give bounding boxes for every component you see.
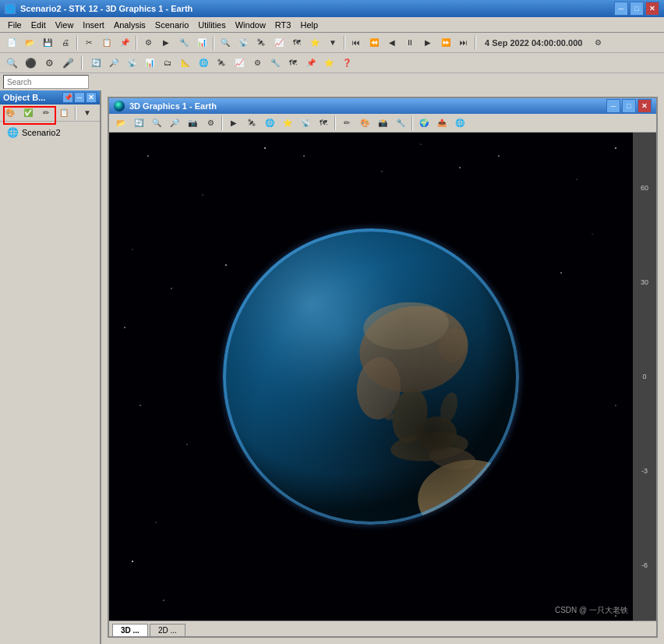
- tb-b2[interactable]: ▶: [157, 35, 175, 51]
- tb2-b2[interactable]: 🔎: [105, 55, 122, 71]
- tb-save[interactable]: 💾: [39, 35, 56, 51]
- g-tb-photo2[interactable]: 📸: [374, 115, 391, 131]
- tree-item-scenario[interactable]: 🌐 Scenario2: [3, 125, 97, 140]
- minimize-btn[interactable]: ─: [614, 2, 628, 16]
- graphics-close-btn[interactable]: ✕: [638, 99, 652, 113]
- tb-b1[interactable]: ⚙: [140, 35, 157, 51]
- g-tb-color2[interactable]: 🎨: [356, 115, 373, 131]
- tb2-b14[interactable]: ⭐: [320, 55, 337, 71]
- menu-rt3[interactable]: RT3: [270, 19, 296, 31]
- g-tb-b8[interactable]: 🔧: [392, 115, 409, 131]
- g-tb-pen[interactable]: ✏: [338, 115, 355, 131]
- github-icon[interactable]: ⚫: [22, 55, 39, 71]
- menu-insert[interactable]: Insert: [78, 19, 109, 31]
- g-tb-b2[interactable]: ▶: [225, 115, 242, 131]
- g-tb-b7[interactable]: 🗺: [315, 115, 332, 131]
- g-tb-b3[interactable]: 🛰: [243, 115, 260, 131]
- tb-b6[interactable]: 📡: [235, 35, 252, 51]
- panel-toolbar: 🎨 ✅ ✏ 📋 ▼: [0, 104, 100, 122]
- g-tb-globe[interactable]: 🌍: [415, 115, 433, 131]
- tb2-b1[interactable]: 🔄: [87, 55, 104, 71]
- tb2-b7[interactable]: 🌐: [195, 55, 212, 71]
- svg-point-30: [124, 327, 125, 328]
- tb2-b11[interactable]: 🔧: [267, 55, 284, 71]
- menu-view[interactable]: View: [51, 19, 79, 31]
- tb-time-fast[interactable]: ⏩: [437, 35, 454, 51]
- tb-time-begin[interactable]: ⏮: [348, 35, 365, 51]
- g-tb-b5[interactable]: ⭐: [279, 115, 296, 131]
- menu-file[interactable]: File: [3, 19, 26, 31]
- tb-b3[interactable]: 🔧: [175, 35, 192, 51]
- tb-new[interactable]: 📄: [3, 35, 20, 51]
- search-icon[interactable]: 🔍: [3, 55, 20, 71]
- tb-time-pause[interactable]: ⏸: [401, 35, 419, 51]
- tb-time-back[interactable]: ◀: [383, 35, 401, 51]
- graphics-max-btn[interactable]: □: [622, 99, 636, 113]
- g-tb-more1[interactable]: ⚙: [202, 115, 219, 131]
- tb2-b8[interactable]: 🛰: [213, 55, 230, 71]
- mic-icon[interactable]: 🎤: [59, 55, 76, 71]
- tb-open[interactable]: 📂: [21, 35, 38, 51]
- g-tb-b6[interactable]: 📡: [297, 115, 314, 131]
- panel-tb-more[interactable]: ▼: [79, 105, 96, 121]
- g-tb-b1[interactable]: 📂: [112, 115, 129, 131]
- g-tb-b10[interactable]: 🌐: [451, 115, 468, 131]
- graphics-min-btn[interactable]: ─: [606, 99, 620, 113]
- tb-copy[interactable]: 📋: [98, 35, 115, 51]
- tb2-b10[interactable]: ⚙: [249, 55, 266, 71]
- menu-utilities[interactable]: Utilities: [193, 19, 230, 31]
- g-tb-zoom2[interactable]: 🔎: [166, 115, 183, 131]
- tb2-b9[interactable]: 📈: [231, 55, 248, 71]
- tb2-b3[interactable]: 📡: [123, 55, 140, 71]
- g-tb-b9[interactable]: 📤: [433, 115, 450, 131]
- menu-window[interactable]: Window: [231, 19, 270, 31]
- search-input[interactable]: [3, 75, 89, 89]
- tb-b4[interactable]: 📊: [193, 35, 210, 51]
- tb2-b12[interactable]: 🗺: [284, 55, 302, 71]
- svg-point-11: [560, 272, 562, 274]
- menu-help[interactable]: Help: [295, 19, 323, 31]
- tab-2d[interactable]: 2D ...: [150, 624, 185, 636]
- tb2-b4[interactable]: 📊: [141, 55, 158, 71]
- panel-tb-copy2[interactable]: 📋: [55, 105, 72, 121]
- panel-tb-check[interactable]: ✅: [19, 105, 37, 121]
- tb2-b6[interactable]: 📐: [177, 55, 194, 71]
- tb-b8[interactable]: 📈: [270, 35, 288, 51]
- tb-time-play[interactable]: ▶: [419, 35, 436, 51]
- svg-point-5: [498, 155, 500, 157]
- g-tb-photo[interactable]: 📷: [184, 115, 201, 131]
- tab-3d[interactable]: 3D ...: [112, 624, 148, 636]
- tb-time-settings[interactable]: ⚙: [589, 35, 606, 51]
- panel-tb-edit[interactable]: ✏: [37, 105, 55, 121]
- tb2-b13[interactable]: 📌: [302, 55, 320, 71]
- tb-b10[interactable]: ⭐: [306, 35, 323, 51]
- maximize-btn[interactable]: □: [630, 2, 644, 16]
- panel-minimize-btn[interactable]: ─: [74, 92, 85, 103]
- tb-dropdown[interactable]: ▼: [324, 35, 341, 51]
- tb2-b5[interactable]: 🗂: [159, 55, 176, 71]
- menu-edit[interactable]: Edit: [26, 19, 51, 31]
- g-tb-zoom[interactable]: 🔍: [148, 115, 165, 131]
- svg-point-26: [303, 155, 305, 157]
- panel-close-btn[interactable]: ✕: [86, 92, 97, 103]
- tb-cut[interactable]: ✂: [80, 35, 97, 51]
- tb-b9[interactable]: 🗺: [288, 35, 306, 51]
- close-btn[interactable]: ✕: [645, 2, 659, 16]
- settings-icon[interactable]: ⚙: [41, 55, 58, 71]
- tb2-b15[interactable]: ❓: [338, 55, 355, 71]
- tb-b7[interactable]: 🛰: [253, 35, 270, 51]
- earth-icon: [114, 101, 125, 111]
- svg-point-3: [264, 147, 266, 149]
- tb-paste[interactable]: 📌: [116, 35, 133, 51]
- panel-pin-btn[interactable]: 📌: [62, 92, 73, 103]
- g-tb-rotate[interactable]: 🔄: [130, 115, 147, 131]
- g-tb-b4[interactable]: 🌐: [261, 115, 278, 131]
- tb-b5[interactable]: 🔍: [217, 35, 234, 51]
- panel-tb-color[interactable]: 🎨: [2, 105, 19, 121]
- tb-time-prev[interactable]: ⏪: [366, 35, 383, 51]
- menu-analysis[interactable]: Analysis: [109, 19, 150, 31]
- tb-print[interactable]: 🖨: [57, 35, 74, 51]
- tb-time-end[interactable]: ⏭: [455, 35, 472, 51]
- graphics-viewport[interactable]: CSDN @ 一只大老铁: [109, 133, 633, 621]
- menu-scenario[interactable]: Scenario: [150, 19, 193, 31]
